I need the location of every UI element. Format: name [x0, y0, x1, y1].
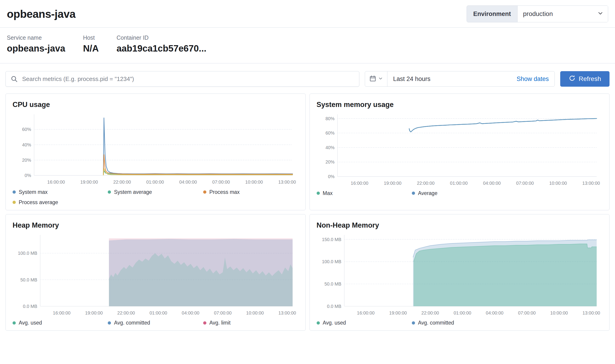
refresh-button[interactable]: Refresh	[560, 71, 610, 87]
legend-dot-icon	[203, 190, 206, 194]
legend-item[interactable]: Max	[317, 190, 412, 196]
svg-text:0%: 0%	[25, 173, 31, 178]
legend-dot-icon	[412, 321, 415, 325]
chart-title: System memory usage	[317, 101, 603, 109]
environment-control: Environment production	[467, 5, 608, 22]
svg-text:22:00:00: 22:00:00	[113, 180, 131, 184]
svg-text:13:00:00: 13:00:00	[582, 310, 600, 315]
svg-text:16:00:00: 16:00:00	[357, 310, 374, 315]
date-range-display[interactable]: Last 24 hours Show dates	[387, 71, 555, 86]
svg-text:60%: 60%	[22, 127, 31, 132]
legend-label: Average	[418, 190, 437, 196]
svg-text:10:00:00: 10:00:00	[549, 181, 567, 186]
legend-item[interactable]: Avg. committed	[108, 320, 203, 326]
svg-text:22:00:00: 22:00:00	[421, 310, 439, 315]
system-memory-chart[interactable]: 0%20%40%60%80%16:00:0019:00:0022:00:0001…	[317, 112, 603, 188]
chart-legend: Avg. usedAvg. committed	[317, 320, 603, 326]
host-label: Host	[83, 34, 99, 41]
legend-dot-icon	[108, 190, 111, 194]
svg-text:100.0 MB: 100.0 MB	[322, 259, 341, 264]
legend-item[interactable]: Avg. limit	[203, 320, 298, 326]
svg-text:04:00:00: 04:00:00	[182, 310, 199, 315]
chart-title: Heap Memory	[13, 221, 299, 229]
legend-item[interactable]: System average	[108, 189, 203, 195]
legend-label: Avg. used	[323, 320, 346, 326]
svg-text:22:00:00: 22:00:00	[117, 310, 135, 315]
legend-item[interactable]: Avg. committed	[412, 320, 507, 326]
svg-text:01:00:00: 01:00:00	[150, 310, 167, 315]
legend-dot-icon	[13, 190, 16, 194]
svg-text:150.0 MB: 150.0 MB	[322, 237, 341, 242]
svg-text:60%: 60%	[325, 130, 334, 135]
system-memory-panel: System memory usage 0%20%40%60%80%16:00:…	[310, 93, 610, 210]
environment-select[interactable]: production	[518, 6, 608, 22]
charts-grid: CPU usage 0%20%40%60%16:00:0019:00:0022:…	[5, 93, 610, 331]
svg-text:19:00:00: 19:00:00	[85, 310, 103, 315]
chevron-down-icon	[597, 10, 603, 18]
svg-text:13:00:00: 13:00:00	[278, 310, 296, 315]
svg-text:50.0 MB: 50.0 MB	[20, 277, 37, 282]
service-info-bar: Service name opbeans-java Host N/A Conta…	[0, 28, 615, 63]
date-quick-select-button[interactable]	[365, 71, 387, 86]
svg-text:16:00:00: 16:00:00	[47, 180, 65, 184]
container-id-field: Container ID aab19ca1cb57e670...	[117, 34, 207, 54]
show-dates-link[interactable]: Show dates	[517, 76, 549, 83]
svg-text:01:00:00: 01:00:00	[146, 180, 164, 184]
legend-dot-icon	[317, 192, 320, 195]
svg-text:100.0 MB: 100.0 MB	[18, 251, 37, 256]
search-input[interactable]	[5, 71, 359, 87]
page-header: opbeans-java Environment production	[0, 0, 615, 27]
legend-item[interactable]: Process average	[13, 199, 108, 206]
legend-dot-icon	[13, 201, 16, 204]
svg-text:01:00:00: 01:00:00	[453, 310, 471, 315]
svg-text:10:00:00: 10:00:00	[246, 310, 264, 315]
svg-text:07:00:00: 07:00:00	[214, 310, 232, 315]
svg-text:80%: 80%	[325, 116, 334, 121]
svg-text:0%: 0%	[328, 174, 334, 179]
svg-text:40%: 40%	[22, 142, 31, 147]
svg-text:10:00:00: 10:00:00	[245, 180, 263, 184]
container-id-value: aab19ca1cb57e670...	[117, 43, 207, 54]
svg-text:19:00:00: 19:00:00	[384, 181, 401, 186]
legend-label: Avg. committed	[114, 320, 150, 326]
container-id-label: Container ID	[117, 34, 207, 41]
cpu-usage-chart[interactable]: 0%20%40%60%16:00:0019:00:0022:00:0001:00…	[13, 112, 299, 187]
chevron-down-icon	[378, 76, 383, 82]
legend-item[interactable]: System max	[13, 189, 108, 195]
page-title: opbeans-java	[7, 8, 76, 20]
chart-legend: MaxAverage	[317, 190, 603, 196]
chart-title: CPU usage	[13, 101, 299, 109]
legend-item[interactable]: Average	[412, 190, 507, 196]
svg-text:13:00:00: 13:00:00	[278, 180, 296, 184]
legend-label: Avg. used	[19, 320, 42, 326]
chart-legend: Avg. usedAvg. committedAvg. limit	[13, 320, 299, 326]
svg-text:19:00:00: 19:00:00	[80, 180, 98, 184]
heap-memory-panel: Heap Memory 0.0 MB50.0 MB100.0 MB16:00:0…	[5, 214, 306, 331]
svg-text:40%: 40%	[325, 145, 334, 150]
search-box	[5, 71, 359, 87]
svg-text:13:00:00: 13:00:00	[582, 181, 600, 186]
legend-dot-icon	[317, 321, 320, 325]
legend-item[interactable]: Avg. used	[317, 320, 412, 326]
legend-label: System average	[114, 189, 152, 195]
svg-text:04:00:00: 04:00:00	[483, 181, 501, 186]
svg-text:16:00:00: 16:00:00	[53, 310, 70, 315]
apm-metrics-page: { "header": { "title": "opbeans-java", "…	[0, 0, 615, 364]
refresh-icon	[569, 75, 575, 83]
service-name-label: Service name	[7, 34, 65, 41]
calendar-icon	[369, 75, 376, 83]
svg-text:07:00:00: 07:00:00	[518, 310, 535, 315]
heap-memory-chart[interactable]: 0.0 MB50.0 MB100.0 MB16:00:0019:00:0022:…	[13, 233, 299, 318]
legend-item[interactable]: Process max	[203, 189, 298, 195]
cpu-usage-panel: CPU usage 0%20%40%60%16:00:0019:00:0022:…	[5, 93, 306, 210]
svg-text:19:00:00: 19:00:00	[389, 310, 407, 315]
svg-text:20%: 20%	[325, 159, 334, 164]
non-heap-memory-panel: Non-Heap Memory 0.0 MB50.0 MB100.0 MB150…	[310, 214, 610, 331]
search-icon	[11, 75, 18, 83]
chart-legend: System maxSystem averageProcess maxProce…	[13, 189, 299, 206]
non-heap-memory-chart[interactable]: 0.0 MB50.0 MB100.0 MB150.0 MB16:00:0019:…	[317, 233, 603, 318]
svg-text:04:00:00: 04:00:00	[179, 180, 197, 184]
date-picker: Last 24 hours Show dates	[365, 71, 555, 87]
svg-text:01:00:00: 01:00:00	[450, 181, 467, 186]
legend-item[interactable]: Avg. used	[13, 320, 108, 326]
